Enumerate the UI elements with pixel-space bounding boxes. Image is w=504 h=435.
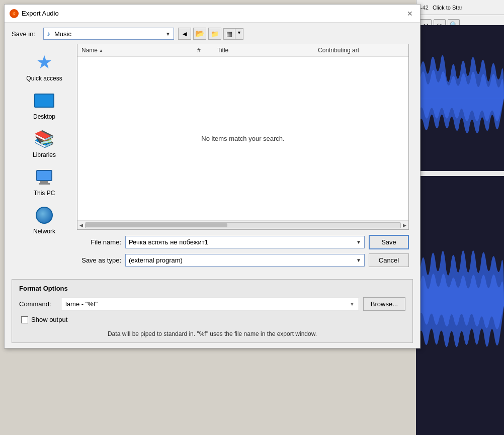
col-header-title[interactable]: Title [213,46,314,55]
dialog-body: Save in: ♪ Music ▼ ◀ 📂 📁 ▦ ▼ [5,23,420,348]
dialog-overlay: ♫ Export Audio ✕ Save in: ♪ Music ▼ ◀ 📂 … [0,0,423,435]
empty-message: No items match your search. [201,135,284,142]
filename-value: Речка вспять не побежит1 [129,238,356,246]
pc-shape [36,170,52,185]
view-options-button[interactable]: ▦ ▼ [223,28,243,40]
browse-button[interactable]: Browse... [363,297,405,311]
scrollbar-track[interactable] [85,222,401,228]
app-icon: ♫ [10,9,19,18]
filename-label: File name: [77,238,121,246]
globe-circle [36,207,53,224]
waveform-2 [416,176,504,435]
command-row: Command: lame - "%f" ▼ Browse... [19,297,405,311]
back-nav-button[interactable]: ◀ [178,28,191,40]
sidebar-item-network[interactable]: Network [14,201,75,238]
network-icon [33,204,56,227]
col-header-number[interactable]: # [193,46,213,55]
recent-folders-button[interactable]: 📁 [208,28,221,40]
desktop-shape [34,94,54,108]
navigation-toolbar: ◀ 📂 📁 ▦ ▼ [178,28,243,40]
sidebar-item-this-pc[interactable]: This PC [14,162,75,200]
save-as-type-value: (external program) [129,256,356,264]
file-content-area: No items match your search. [77,57,408,220]
save-in-value: Music [54,30,71,38]
view-dropdown-icon[interactable]: ▼ [235,29,243,39]
dropdown-arrow-icon: ▼ [165,31,171,37]
sidebar-item-desktop[interactable]: Desktop [14,86,75,123]
show-output-label: Show output [31,316,67,323]
ruler-area: -42 Click to Star ↩ ↪ 🔍 45 [416,0,504,435]
close-button[interactable]: ✕ [405,9,415,19]
col-header-name[interactable]: Name ▲ [77,46,193,55]
save-in-dropdown[interactable]: ♪ Music ▼ [43,28,174,40]
pc-monitor [36,170,52,181]
col-header-artist[interactable]: Contributing art [314,46,408,55]
column-headers: Name ▲ # Title Contributing art [77,44,408,57]
filename-row: File name: Речка вспять не побежит1 ▼ Sa… [77,235,409,249]
export-audio-dialog: ♫ Export Audio ✕ Save in: ♪ Music ▼ ◀ 📂 … [4,4,421,349]
music-folder-icon: ♪ [47,30,50,38]
star-icon: ★ [36,52,52,73]
file-browser: Name ▲ # Title Contributing art [77,44,409,230]
waveform-1 [416,25,504,171]
show-output-checkbox[interactable] [21,316,28,323]
up-folder-button[interactable]: 📂 [193,28,206,40]
info-text: Data will be piped to standard in. "%f" … [19,330,405,337]
sidebar-label-network: Network [33,228,55,235]
save-as-type-label: Save as type: [77,256,121,264]
desktop-icon [33,89,56,112]
cancel-button[interactable]: Cancel [369,253,409,267]
filename-dropdown-arrow: ▼ [356,239,361,245]
dialog-titlebar: ♫ Export Audio ✕ [5,5,420,23]
save-in-row: Save in: ♪ Music ▼ ◀ 📂 📁 ▦ ▼ [12,28,413,40]
dialog-main: Name ▲ # Title Contributing art [77,44,413,275]
save-as-type-row: Save as type: (external program) ▼ Cance… [77,253,409,267]
dialog-title-area: ♫ Export Audio [10,9,59,18]
show-output-row: Show output [21,316,405,323]
sidebar-label-libraries: Libraries [33,151,56,158]
pc-base [39,183,50,185]
ruler-bar: -42 Click to Star [416,0,504,15]
dialog-title-text: Export Audio [22,10,59,17]
sidebar-item-quick-access[interactable]: ★ Quick access [14,48,75,85]
command-label: Command: [19,300,57,308]
libraries-icon: 📚 [33,127,56,150]
sidebar-item-libraries[interactable]: 📚 Libraries [14,124,75,161]
library-folder-icon: 📚 [34,129,54,148]
format-options-section: Format Options Command: lame - "%f" ▼ Br… [12,279,413,343]
horizontal-scrollbar[interactable]: ◀ ▶ [77,220,408,229]
sidebar-label-this-pc: This PC [34,190,55,197]
scrollbar-thumb[interactable] [86,223,227,227]
this-pc-icon [33,165,56,189]
scroll-left-arrow[interactable]: ◀ [79,223,83,228]
filename-input[interactable]: Речка вспять не побежит1 ▼ [125,236,365,248]
quick-access-icon: ★ [33,51,56,74]
view-grid-icon[interactable]: ▦ [224,29,235,39]
dialog-sidebar: ★ Quick access Desktop 📚 [12,44,77,275]
scroll-right-arrow[interactable]: ▶ [403,223,406,228]
content-area: ★ Quick access Desktop 📚 [12,44,413,275]
format-options-title: Format Options [19,285,405,292]
sort-arrow-name: ▲ [99,48,103,53]
save-as-type-dropdown[interactable]: (external program) ▼ [125,254,365,267]
network-globe [36,207,53,224]
save-in-label: Save in: [12,30,39,38]
sidebar-label-quick-access: Quick access [26,75,62,82]
sidebar-label-desktop: Desktop [33,113,55,120]
command-input[interactable]: lame - "%f" ▼ [61,298,359,310]
command-dropdown-arrow: ▼ [350,301,355,307]
command-value: lame - "%f" [65,300,350,308]
type-dropdown-arrow: ▼ [356,257,361,263]
click-to-star-text[interactable]: Click to Star [433,5,462,11]
save-button[interactable]: Save [369,235,409,249]
